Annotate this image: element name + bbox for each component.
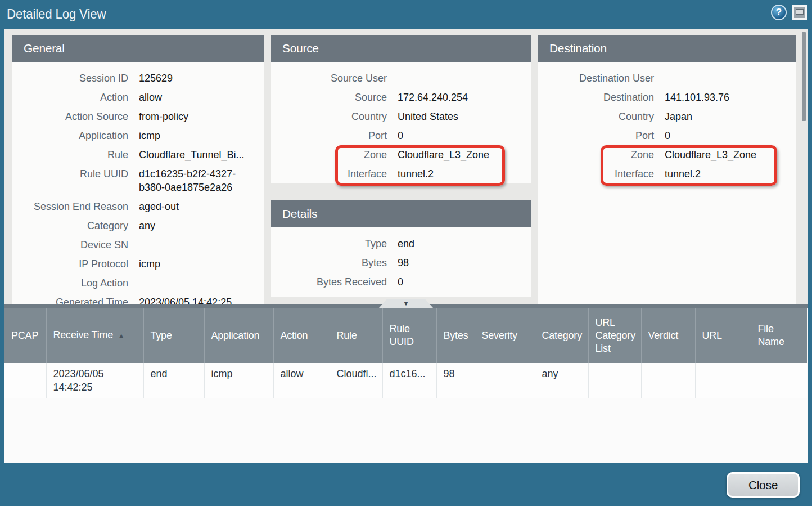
column-header-url-category-list[interactable]: URL Category List — [588, 308, 641, 363]
field-label: Application — [12, 129, 128, 142]
field-value: Cloudflare_Tunnel_Bi... — [139, 148, 258, 162]
log-table-body: 2023/06/05 14:42:25endicmpallowCloudfl..… — [4, 363, 807, 398]
field-value: icmp — [139, 257, 258, 271]
column-header-label: Type — [151, 330, 172, 341]
general-panel-body: Session ID125629ActionallowAction Source… — [12, 62, 264, 304]
column-header-rule[interactable]: Rule — [330, 308, 382, 363]
field-row: Categoryany — [12, 216, 264, 235]
field-value: 0 — [398, 275, 517, 289]
dialog-title: Detailed Log View — [7, 6, 106, 22]
window-icon-glyph — [796, 9, 804, 15]
field-row: Rule UUIDd1c16235-b2f2-4327-b380-0ae1875… — [12, 164, 264, 197]
log-table-header-row: PCAPReceive Time▲TypeApplicationActionRu… — [4, 308, 807, 363]
field-value: from-policy — [139, 110, 258, 123]
field-row: Session ID125629 — [12, 69, 264, 88]
table-cell — [751, 363, 807, 398]
field-value — [139, 238, 258, 252]
field-label: Bytes Received — [271, 275, 387, 289]
table-cell: end — [143, 363, 204, 398]
column-header-rule-uuid[interactable]: Rule UUID — [382, 308, 436, 363]
vertical-scrollbar-thumb[interactable] — [802, 32, 806, 121]
field-row: IP Protocolicmp — [12, 254, 264, 274]
column-header-severity[interactable]: Severity — [475, 308, 535, 363]
column-header-application[interactable]: Application — [204, 308, 273, 363]
column-header-label: Bytes — [444, 330, 468, 341]
field-value — [398, 71, 517, 85]
column-header-verdict[interactable]: Verdict — [641, 308, 695, 363]
field-value: Cloudflare_L3_Zone — [398, 148, 517, 162]
field-value: tunnel.2 — [665, 167, 784, 181]
source-panel-body: Source UserSource172.64.240.254CountryUn… — [271, 62, 531, 183]
field-value: 0 — [398, 129, 517, 142]
column-header-label: URL — [702, 330, 722, 341]
field-value: icmp — [139, 129, 258, 142]
field-label: Bytes — [271, 256, 387, 270]
column-header-category[interactable]: Category — [535, 308, 588, 363]
field-row: Action Sourcefrom-policy — [12, 107, 264, 126]
field-label: Generated Time — [12, 295, 128, 304]
log-table: PCAPReceive Time▲TypeApplicationActionRu… — [4, 308, 807, 398]
splitter-bar: ▼ — [4, 304, 808, 308]
column-header-bytes[interactable]: Bytes — [436, 308, 475, 363]
field-label: Source User — [271, 71, 387, 85]
destination-panel-body: Destination UserDestination141.101.93.76… — [538, 62, 796, 304]
table-cell: 98 — [436, 363, 475, 398]
field-row: Actionallow — [12, 88, 264, 107]
field-label: Interface — [271, 167, 387, 181]
field-value: any — [139, 219, 258, 232]
field-value: allow — [139, 91, 258, 104]
source-panel: Source Source UserSource172.64.240.254Co… — [271, 35, 531, 183]
help-icon[interactable]: ? — [771, 5, 787, 20]
column-header-file-name[interactable]: File Name — [751, 308, 807, 363]
field-row: Source172.64.240.254 — [271, 88, 531, 107]
close-button[interactable]: Close — [727, 472, 800, 498]
field-label: Session ID — [12, 71, 128, 85]
field-label: Action — [12, 91, 128, 104]
field-row: ZoneCloudflare_L3_Zone — [271, 145, 531, 164]
field-label: Rule UUID — [12, 167, 128, 194]
field-value: 125629 — [139, 71, 258, 85]
field-value: Cloudflare_L3_Zone — [665, 148, 784, 162]
table-cell: Cloudfl... — [330, 363, 382, 398]
field-row: Bytes98 — [271, 253, 531, 272]
field-row: Port0 — [538, 126, 796, 145]
column-header-receive-time[interactable]: Receive Time▲ — [46, 308, 143, 363]
splitter-handle[interactable]: ▼ — [379, 299, 433, 308]
field-label: Session End Reason — [12, 200, 128, 213]
column-header-url[interactable]: URL — [695, 308, 751, 363]
column-header-pcap[interactable]: PCAP — [4, 308, 46, 363]
dialog-content: General Session ID125629ActionallowActio… — [4, 29, 808, 463]
field-label: Action Source — [12, 110, 128, 123]
table-cell — [475, 363, 535, 398]
field-row: Applicationicmp — [12, 126, 264, 145]
column-header-label: Rule UUID — [390, 323, 414, 347]
field-row: CountryUnited States — [271, 107, 531, 126]
column-header-label: Action — [281, 330, 308, 341]
field-label: Source — [271, 91, 387, 104]
field-label: Destination — [538, 91, 654, 104]
field-value: United States — [398, 110, 517, 123]
field-row: Typeend — [271, 234, 531, 253]
column-header-type[interactable]: Type — [143, 308, 204, 363]
field-row: CountryJapan — [538, 107, 796, 126]
field-value: tunnel.2 — [398, 167, 517, 181]
column-header-label: File Name — [758, 323, 784, 347]
detail-area: General Session ID125629ActionallowActio… — [4, 29, 808, 304]
table-cell — [641, 363, 695, 398]
table-cell: d1c16... — [382, 363, 436, 398]
general-panel: General Session ID125629ActionallowActio… — [12, 35, 264, 304]
field-row: Bytes Received0 — [271, 272, 531, 292]
field-label: Category — [12, 219, 128, 232]
source-panel-title: Source — [271, 35, 531, 62]
details-panel-body: TypeendBytes98Bytes Received0 — [271, 227, 531, 297]
column-header-label: Category — [542, 330, 582, 341]
field-label: Country — [538, 110, 654, 123]
field-label: Rule — [12, 148, 128, 162]
table-row[interactable]: 2023/06/05 14:42:25endicmpallowCloudfl..… — [4, 363, 807, 398]
field-label: Zone — [538, 148, 654, 162]
field-label: Country — [271, 110, 387, 123]
column-header-action[interactable]: Action — [273, 308, 330, 363]
field-label: Device SN — [12, 238, 128, 252]
field-row: Interfacetunnel.2 — [538, 164, 796, 183]
window-icon[interactable] — [792, 5, 807, 20]
